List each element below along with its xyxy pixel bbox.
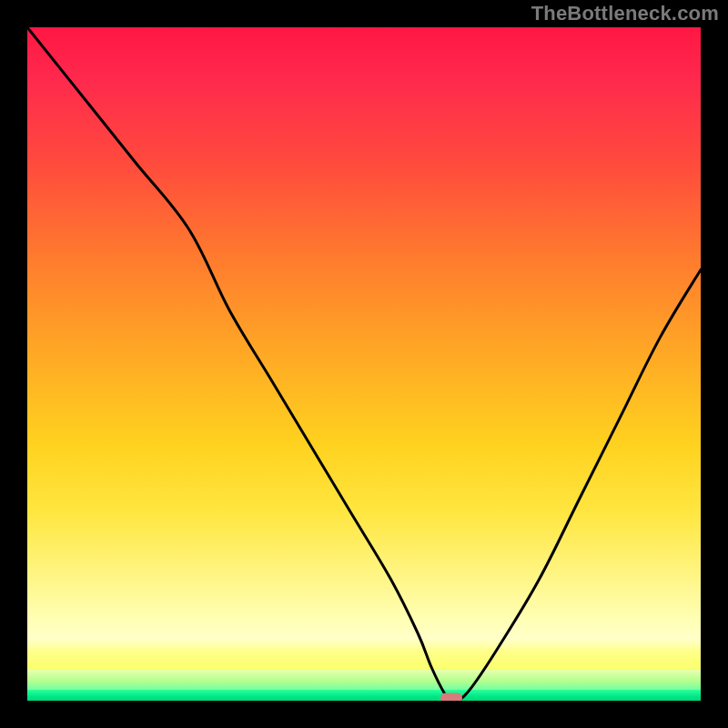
optimal-marker <box>440 693 462 702</box>
plot-area <box>27 27 701 701</box>
watermark-text: TheBottleneck.com <box>531 2 719 25</box>
chart-frame: TheBottleneck.com <box>0 0 728 728</box>
curve-svg <box>27 27 701 701</box>
bottleneck-curve <box>27 27 701 701</box>
